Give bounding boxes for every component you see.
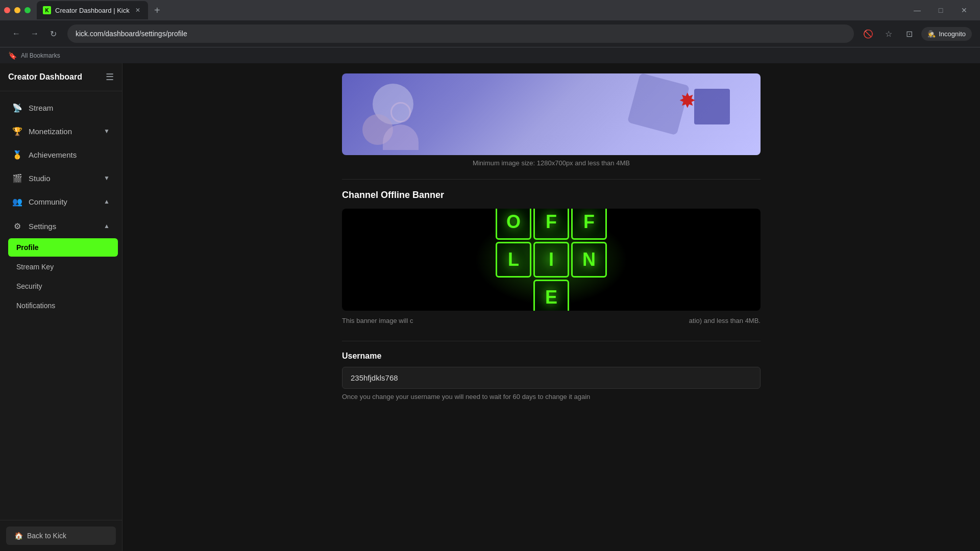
new-tab-button[interactable]: +: [150, 3, 164, 17]
settings-icon: ⚙: [12, 221, 22, 231]
username-section: Username Once you change your username y…: [342, 352, 761, 400]
tab-title: Creator Dashboard | Kick: [55, 7, 130, 14]
username-hint: Once you change your username you will n…: [342, 393, 761, 400]
back-to-kick-label: Back to Kick: [27, 532, 66, 540]
tab-close-button[interactable]: ✕: [134, 6, 142, 14]
settings-sub-items: Profile Stream Key Security Notification…: [4, 238, 118, 315]
forward-button[interactable]: →: [27, 26, 43, 42]
dot-close[interactable]: [4, 7, 10, 13]
sidebar-item-notifications[interactable]: Notifications: [8, 296, 118, 315]
offline-cell-f1: F: [533, 209, 569, 240]
reload-button[interactable]: ↻: [45, 26, 61, 42]
offline-cell-n: N: [571, 242, 607, 278]
sidebar-item-settings[interactable]: ⚙ Settings ▲: [4, 215, 118, 237]
offline-text-grid: O F F L I N E: [496, 209, 607, 311]
window-controls: — □ ✕: [905, 0, 976, 20]
person-head: [390, 102, 411, 122]
stream-icon: 📡: [12, 103, 22, 113]
offline-banner-section-title: Channel Offline Banner: [342, 190, 761, 201]
studio-chevron-icon: ▼: [104, 174, 110, 182]
toolbar-right: 🚫 ☆ ⊡ 🕵 Incognito: [860, 26, 972, 42]
banner-star-icon: ✸: [679, 89, 704, 114]
sidebar-item-community[interactable]: 👥 Community ▲: [4, 190, 118, 213]
sidebar-item-label-community: Community: [29, 197, 97, 206]
achievements-icon: 🥇: [12, 149, 22, 160]
offline-cell-e: E: [533, 280, 569, 311]
tab-favicon: K: [43, 6, 51, 14]
monetization-icon: 🏆: [12, 126, 22, 136]
dot-minimize[interactable]: [14, 7, 20, 13]
offline-cell-empty2: [571, 280, 607, 311]
channel-banner-container: ✸: [342, 73, 761, 155]
section-divider-1: [342, 179, 761, 180]
main-content: ✸ Minimum image size: 1280x700px and les…: [122, 63, 980, 551]
bookmarks-icon: 🔖: [8, 52, 17, 60]
camera-off-icon[interactable]: 🚫: [860, 26, 876, 42]
window-dots: [4, 7, 31, 13]
offline-banner-caption-left: This banner image will c: [342, 317, 413, 324]
sidebar-item-profile[interactable]: Profile: [8, 238, 118, 257]
sidebar-item-label-stream: Stream: [29, 104, 110, 112]
incognito-button[interactable]: 🕵 Incognito: [921, 27, 972, 41]
studio-icon: 🎬: [12, 173, 22, 183]
minimize-button[interactable]: —: [905, 0, 929, 20]
offline-banner-caption: This banner image will c atio) and less …: [342, 311, 761, 331]
devices-icon[interactable]: ⊡: [901, 26, 917, 42]
section-divider-2: [342, 341, 761, 341]
sidebar-item-achievements[interactable]: 🥇 Achievements: [4, 143, 118, 166]
browser-tab-active[interactable]: K Creator Dashboard | Kick ✕: [37, 1, 148, 19]
sidebar-item-label-notifications: Notifications: [16, 302, 55, 310]
dot-maximize[interactable]: [24, 7, 31, 13]
username-section-title: Username: [342, 352, 761, 361]
sidebar-item-label-monetization: Monetization: [29, 127, 97, 136]
sidebar-item-stream-key[interactable]: Stream Key: [8, 258, 118, 276]
sidebar-item-label-security: Security: [16, 282, 42, 290]
sidebar-header: Creator Dashboard ☰: [0, 63, 122, 91]
close-button[interactable]: ✕: [952, 0, 976, 20]
settings-section: ⚙ Settings ▲ Profile Stream Key Security: [4, 215, 118, 315]
offline-banner-caption-right: atio) and less than 4MB.: [689, 317, 761, 324]
back-to-kick-button[interactable]: 🏠 Back to Kick: [6, 527, 116, 545]
sidebar-footer: 🏠 Back to Kick: [0, 520, 122, 551]
channel-banner-image: ✸: [342, 73, 761, 155]
community-chevron-icon: ▲: [104, 198, 110, 205]
offline-cell-l: L: [496, 242, 531, 278]
offline-cell-o: O: [496, 209, 531, 240]
banner-person-shape: [383, 102, 419, 150]
sidebar-title: Creator Dashboard: [8, 72, 82, 82]
bookmark-icon[interactable]: ☆: [880, 26, 897, 42]
hamburger-icon[interactable]: ☰: [106, 71, 114, 83]
settings-chevron-icon: ▲: [104, 222, 110, 230]
sidebar-item-security[interactable]: Security: [8, 277, 118, 295]
offline-banner-preview: O F F L I N E: [342, 209, 761, 311]
monetization-chevron-icon: ▼: [104, 128, 110, 135]
sidebar: Creator Dashboard ☰ 📡 Stream 🏆 Monetizat…: [0, 63, 122, 551]
sidebar-item-studio[interactable]: 🎬 Studio ▼: [4, 167, 118, 189]
incognito-hat-icon: 🕵: [927, 30, 936, 38]
bookmarks-label: All Bookmarks: [21, 52, 60, 59]
browser-chrome: K Creator Dashboard | Kick ✕ + — □ ✕ ← →…: [0, 0, 980, 63]
banner-image-caption: Minimum image size: 1280x700px and less …: [342, 159, 761, 167]
community-icon: 👥: [12, 196, 22, 207]
person-body: [383, 124, 419, 150]
username-input[interactable]: [342, 367, 761, 389]
back-button[interactable]: ←: [8, 26, 24, 42]
sidebar-item-stream[interactable]: 📡 Stream: [4, 96, 118, 119]
address-input[interactable]: [67, 24, 854, 43]
back-to-kick-icon: 🏠: [14, 532, 23, 540]
sidebar-item-label-studio: Studio: [29, 174, 97, 183]
sidebar-item-label-stream-key: Stream Key: [16, 263, 54, 271]
address-bar: ← → ↻ 🚫 ☆ ⊡ 🕵 Incognito: [0, 20, 980, 47]
bookmarks-bar: 🔖 All Bookmarks: [0, 47, 980, 63]
nav-buttons: ← → ↻: [8, 26, 61, 42]
offline-cell-empty: [496, 280, 531, 311]
sidebar-item-label-settings: Settings: [29, 222, 97, 231]
content-inner: ✸ Minimum image size: 1280x700px and les…: [322, 63, 781, 419]
sidebar-item-monetization[interactable]: 🏆 Monetization ▼: [4, 120, 118, 142]
sidebar-item-label-profile: Profile: [16, 243, 39, 252]
offline-cell-f2: F: [571, 209, 607, 240]
maximize-button[interactable]: □: [929, 0, 952, 20]
offline-cell-i: I: [533, 242, 569, 278]
app-layout: Creator Dashboard ☰ 📡 Stream 🏆 Monetizat…: [0, 63, 980, 551]
sidebar-nav: 📡 Stream 🏆 Monetization ▼ 🥇 Achievements…: [0, 91, 122, 520]
